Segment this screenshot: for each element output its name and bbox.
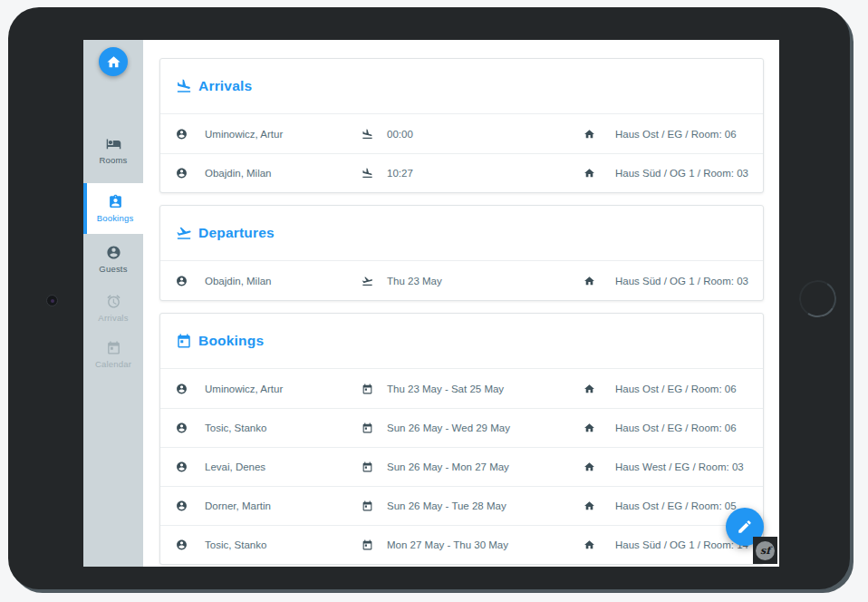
calendar-icon [176,333,192,349]
room-info: Haus Ost / EG / Room: 06 [615,129,737,140]
person-icon [176,461,188,473]
arrival-time: 10:27 [387,168,413,179]
booking-row[interactable]: Tosic, Stanko Mon 27 May - Thu 30 May Ha… [160,525,763,564]
booking-row[interactable]: Levai, Denes Sun 26 May - Mon 27 May Hau… [160,447,763,486]
sidebar-item-calendar[interactable]: Calendar [83,335,143,374]
calendar-icon [362,500,373,512]
home-icon [583,539,595,551]
guest-name: Levai, Denes [205,461,265,472]
main-content: Arrivals Uminowicz, Artur 00:00 Haus Ost… [143,40,779,567]
home-icon [583,128,595,140]
sidebar-item-rooms[interactable]: Rooms [83,131,143,170]
booking-dates: Sun 26 May - Wed 29 May [387,422,510,433]
person-icon [176,275,188,286]
sidebar-item-label: Bookings [97,213,134,223]
person-icon [176,128,188,140]
calendar-icon [362,461,373,473]
sf-logo: sf [756,541,775,560]
flight-land-icon [362,128,373,140]
calendar-icon [362,539,373,551]
arrivals-card: Arrivals Uminowicz, Artur 00:00 Haus Ost… [159,58,764,193]
tablet-frame: Rooms Bookings Guests Arrivals Calendar [8,7,850,589]
room-info: Haus Süd / OG 1 / Room: 03 [615,168,748,179]
tablet-home-button[interactable] [796,277,840,321]
alarm-icon [106,294,121,309]
home-icon [583,461,595,473]
edit-pencil-icon [737,519,753,535]
sidebar: Rooms Bookings Guests Arrivals Calendar [83,40,143,567]
room-info: Haus Ost / EG / Room: 06 [615,422,737,433]
home-icon [583,168,595,180]
page-canvas: Rooms Bookings Guests Arrivals Calendar [0,0,868,602]
card-title: Bookings [198,333,264,349]
person-icon [176,383,188,394]
departure-row[interactable]: Obajdin, Milan Thu 23 May Haus Süd / OG … [160,261,763,300]
card-title: Departures [198,225,275,241]
calendar-icon [362,383,373,394]
room-info: Haus Ost / EG / Room: 05 [615,500,737,511]
guest-name: Tosic, Stanko [205,539,266,550]
sidebar-item-bookings[interactable]: Bookings [83,183,143,234]
bookings-card: Bookings Uminowicz, Artur Thu 23 May - S… [159,313,764,565]
room-info: Haus Ost / EG / Room: 06 [615,384,737,394]
calendar-icon [106,340,121,355]
home-fab-button[interactable] [99,47,128,76]
flight-takeoff-icon [176,225,192,241]
booking-dates: Thu 23 May - Sat 25 May [387,384,504,394]
bookings-card-header: Bookings [160,314,763,369]
sidebar-item-label: Rooms [99,155,127,165]
person-icon [176,168,188,180]
person-icon [176,422,188,434]
departures-card: Departures Obajdin, Milan Thu 23 May Hau… [159,205,764,301]
home-icon [583,422,595,434]
arrival-row[interactable]: Obajdin, Milan 10:27 Haus Süd / OG 1 / R… [160,153,763,192]
guest-name: Obajdin, Milan [205,168,272,179]
sf-watermark: sf [753,537,777,564]
booking-dates: Mon 27 May - Thu 30 May [387,539,508,550]
sidebar-item-label: Guests [99,264,127,274]
guest-name: Tosic, Stanko [205,422,266,433]
bed-icon [106,136,121,151]
flight-land-icon [362,168,373,180]
app-screen: Rooms Bookings Guests Arrivals Calendar [83,40,779,567]
flight-land-icon [176,78,192,94]
card-title: Arrivals [198,78,252,94]
guest-name: Dorner, Martin [205,500,271,511]
sidebar-item-guests[interactable]: Guests [83,239,143,279]
booking-dates: Sun 26 May - Mon 27 May [387,461,509,472]
assignment-person-icon [108,194,123,209]
booking-dates: Sun 26 May - Tue 28 May [387,500,506,511]
calendar-icon [362,422,373,434]
person-icon [176,539,188,551]
sidebar-item-label: Calendar [95,359,131,369]
room-info: Haus Süd / OG 1 / Room: 14 [615,539,748,550]
home-icon [583,275,595,286]
person-icon [176,500,188,512]
flight-takeoff-icon [362,275,373,286]
departure-date: Thu 23 May [387,276,442,286]
departures-card-header: Departures [160,206,763,261]
arrivals-card-header: Arrivals [160,59,763,114]
home-icon [583,383,595,394]
arrival-row[interactable]: Uminowicz, Artur 00:00 Haus Ost / EG / R… [160,114,763,153]
sidebar-item-arrivals[interactable]: Arrivals [83,288,143,328]
person-icon [106,245,121,260]
guest-name: Uminowicz, Artur [205,129,283,140]
arrival-time: 00:00 [387,129,413,140]
home-icon [106,54,121,70]
booking-row[interactable]: Tosic, Stanko Sun 26 May - Wed 29 May Ha… [160,408,763,447]
room-info: Haus West / EG / Room: 03 [615,461,744,472]
guest-name: Uminowicz, Artur [205,384,283,394]
booking-row[interactable]: Uminowicz, Artur Thu 23 May - Sat 25 May… [160,369,763,408]
room-info: Haus Süd / OG 1 / Room: 03 [615,276,748,286]
home-icon [583,500,595,512]
booking-row[interactable]: Dorner, Martin Sun 26 May - Tue 28 May H… [160,486,763,525]
sidebar-item-label: Arrivals [98,313,128,323]
front-camera [46,295,58,306]
guest-name: Obajdin, Milan [205,276,272,286]
